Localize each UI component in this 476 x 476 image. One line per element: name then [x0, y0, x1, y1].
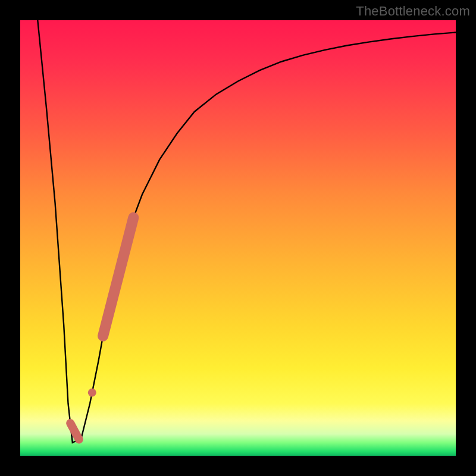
highlight-segment	[103, 218, 133, 336]
watermark-text: TheBottleneck.com	[356, 4, 470, 19]
bottleneck-curve	[37, 20, 456, 443]
plot-area	[20, 20, 456, 456]
curve-svg	[20, 20, 456, 456]
chart-frame: TheBottleneck.com	[0, 0, 476, 476]
highlight-dot	[88, 389, 96, 397]
